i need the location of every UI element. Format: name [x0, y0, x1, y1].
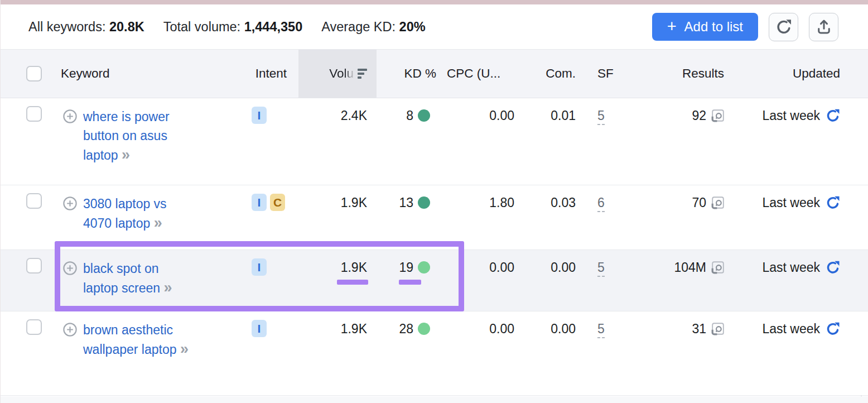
refresh-keyword-icon[interactable]	[826, 260, 840, 311]
keyword-link[interactable]: brown aesthetic wallpaper laptop	[83, 323, 177, 357]
window-top-strip	[1, 0, 868, 4]
column-header-sf[interactable]: SF	[581, 50, 614, 98]
annotation-underline-volume	[337, 280, 368, 285]
serp-preview-icon[interactable]	[710, 260, 726, 311]
row-checkbox[interactable]	[26, 258, 42, 274]
cpc-value: 0.00	[441, 311, 519, 395]
expand-keyword-icon[interactable]: »	[154, 214, 162, 231]
stat-all-keywords: All keywords: 20.8K	[28, 20, 144, 35]
com-value: 0.01	[519, 98, 581, 185]
export-icon	[816, 18, 832, 35]
kd-value: 13	[399, 194, 413, 250]
toolbar-actions: + Add to list	[652, 13, 838, 41]
stat-average-kd-value: 20%	[399, 20, 426, 34]
row-checkbox[interactable]	[26, 319, 42, 335]
sf-value[interactable]: 6	[597, 195, 605, 212]
cpc-value: 1.80	[441, 185, 519, 250]
keyword-link[interactable]: black spot on laptop screen	[83, 261, 160, 295]
export-button[interactable]	[809, 13, 838, 41]
volume-header-label: Volu	[329, 66, 354, 81]
intent-badge-commercial[interactable]: C	[270, 194, 285, 211]
kd-value: 8	[406, 107, 413, 185]
com-value: 0.00	[519, 250, 581, 311]
refresh-icon	[775, 18, 792, 35]
serp-preview-icon[interactable]	[710, 108, 726, 185]
stat-total-volume-value: 1,444,350	[244, 20, 303, 34]
add-to-list-label: Add to list	[684, 19, 743, 35]
sort-descending-icon	[358, 69, 367, 79]
results-value: 92	[692, 107, 706, 185]
updated-value: Last week	[762, 320, 820, 395]
stat-all-keywords-value: 20.8K	[109, 20, 144, 34]
column-header-cpc[interactable]: CPC (U...	[441, 50, 519, 98]
annotation-underline-kd	[399, 280, 421, 285]
volume-value: 1.9K	[298, 311, 377, 395]
row-checkbox[interactable]	[26, 193, 42, 209]
volume-value: 2.4K	[298, 98, 377, 185]
serp-preview-icon[interactable]	[710, 195, 726, 250]
kd-level-dot	[418, 109, 430, 122]
summary-toolbar: All keywords: 20.8K Total volume: 1,444,…	[1, 4, 868, 50]
stat-total-volume: Total volume: 1,444,350	[163, 20, 303, 35]
add-keyword-icon[interactable]	[62, 260, 78, 311]
next-row-partial	[1, 396, 868, 403]
table-row: 3080 laptop vs 4070 laptop » I C 1.9K 13…	[1, 185, 868, 250]
volume-value: 1.9K	[298, 185, 377, 250]
com-value: 0.03	[519, 185, 581, 250]
com-value: 0.00	[519, 311, 581, 395]
expand-keyword-icon[interactable]: »	[122, 146, 130, 163]
column-header-intent[interactable]: Intent	[248, 50, 298, 98]
expand-keyword-icon[interactable]: »	[163, 279, 172, 296]
cpc-value: 0.00	[441, 98, 519, 185]
keyword-magic-tool-page: All keywords: 20.8K Total volume: 1,444,…	[0, 0, 868, 403]
sf-value[interactable]: 5	[597, 260, 605, 277]
updated-value: Last week	[762, 107, 820, 185]
refresh-button[interactable]	[769, 13, 798, 41]
kd-value: 28	[399, 320, 413, 395]
stat-average-kd: Average KD: 20%	[321, 20, 425, 35]
select-all-checkbox[interactable]	[26, 66, 42, 81]
column-header-volume[interactable]: Volu	[298, 50, 377, 98]
results-value: 70	[692, 194, 706, 250]
add-keyword-icon[interactable]	[62, 322, 78, 395]
kd-level-dot	[418, 261, 430, 274]
table-header: Keyword Intent Volu KD % CPC (U... Com. …	[1, 50, 868, 98]
refresh-keyword-icon[interactable]	[826, 322, 840, 395]
intent-badge-informational[interactable]: I	[252, 107, 267, 124]
column-header-kd[interactable]: KD %	[377, 50, 441, 98]
table-row: where is power button on asus laptop » I…	[1, 98, 868, 185]
add-keyword-icon[interactable]	[62, 108, 78, 185]
column-header-updated[interactable]: Updated	[731, 50, 868, 98]
table-row: brown aesthetic wallpaper laptop » I 1.9…	[1, 311, 868, 396]
column-header-keyword[interactable]: Keyword	[59, 50, 248, 98]
cpc-value: 0.00	[441, 250, 519, 311]
kd-level-dot	[418, 323, 430, 335]
row-checkbox[interactable]	[26, 106, 42, 122]
summary-stats: All keywords: 20.8K Total volume: 1,444,…	[28, 20, 426, 35]
expand-keyword-icon[interactable]: »	[180, 340, 189, 357]
intent-badge-informational[interactable]: I	[252, 258, 267, 276]
table-body: where is power button on asus laptop » I…	[1, 98, 868, 396]
table-row-highlighted: black spot on laptop screen » I 1.9K 19 …	[1, 250, 868, 311]
sf-value[interactable]: 5	[597, 322, 605, 338]
column-header-com[interactable]: Com.	[519, 50, 581, 98]
stat-average-kd-label: Average KD:	[321, 20, 396, 34]
results-value: 31	[692, 320, 706, 395]
intent-badge-informational[interactable]: I	[252, 194, 267, 211]
refresh-keyword-icon[interactable]	[826, 195, 840, 250]
updated-value: Last week	[762, 194, 820, 250]
stat-all-keywords-label: All keywords:	[28, 20, 105, 34]
kd-level-dot	[418, 196, 430, 209]
add-keyword-icon[interactable]	[62, 195, 78, 250]
kd-value: 19	[399, 259, 413, 311]
refresh-keyword-icon[interactable]	[826, 108, 840, 185]
add-to-list-button[interactable]: + Add to list	[652, 13, 758, 41]
results-value: 104M	[674, 259, 706, 311]
updated-value: Last week	[762, 259, 820, 311]
intent-badge-informational[interactable]: I	[252, 320, 267, 337]
plus-icon: +	[667, 18, 677, 35]
column-header-results[interactable]: Results	[614, 50, 731, 98]
serp-preview-icon[interactable]	[710, 321, 726, 395]
sf-value[interactable]: 5	[597, 108, 605, 125]
stat-total-volume-label: Total volume:	[163, 20, 240, 34]
